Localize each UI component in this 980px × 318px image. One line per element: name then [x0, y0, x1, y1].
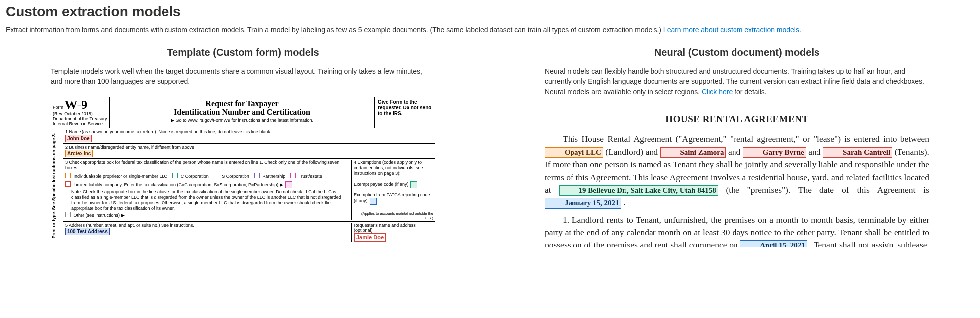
w9-opt-e: Trust/estate: [299, 174, 322, 179]
w9-form-number: W-9: [65, 98, 88, 112]
lease-para-2: 1. Landlord rents to Tenant, unfurnished…: [545, 214, 929, 247]
neural-desc-part2: for details.: [735, 88, 767, 96]
lease-address: 19 Bellevue Dr., Salt Lake City, Utah 84…: [559, 185, 718, 196]
lease-p1d: (the "premises"). The date of this Agree…: [726, 185, 929, 195]
w9-exempt-payee-label: Exempt payee code (if any): [354, 182, 408, 187]
page-title: Custom extraction models: [6, 4, 974, 20]
w9-form-label: Form: [53, 105, 63, 110]
w9-rev: (Rev. October 2018): [53, 111, 93, 116]
template-section-title: Template (Custom form) models: [51, 47, 435, 58]
lease-agreement-date: January 15, 2021: [545, 198, 621, 209]
neural-section-title: Neural (Custom document) models: [545, 47, 929, 58]
page-description-text: Extract information from forms and docum…: [6, 26, 663, 34]
w9-ck-individual: [65, 173, 71, 178]
w9-title2: Identification Number and Certification: [112, 108, 372, 117]
w9-fatca-box: [370, 198, 377, 205]
w9-fatca-label: Exemption from FATCA reporting code (if …: [354, 192, 430, 203]
learn-more-link[interactable]: Learn more about custom extraction model…: [663, 26, 799, 34]
w9-opt-d: Partnership: [262, 174, 285, 179]
w9-line3-label: 3 Check appropriate box for federal tax …: [65, 160, 349, 171]
w9-dept1: Department of the Treasury: [53, 116, 107, 121]
lease-sample-document: HOUSE RENTAL AGREEMENT This House Rental…: [545, 106, 929, 247]
w9-opt-llc: Limited liability company. Enter the tax…: [74, 182, 283, 187]
w9-exempt-payee-box: [410, 181, 417, 188]
lease-and2: and: [808, 147, 823, 157]
w9-dept2: Internal Revenue Service: [53, 121, 103, 126]
w9-ck-trust: [290, 173, 296, 178]
lease-p1b: (Landlord) and: [605, 147, 660, 157]
lease-p1e: .: [623, 197, 625, 207]
w9-title1: Request for Taxpayer: [112, 99, 372, 108]
template-section-desc: Template models work well when the targe…: [51, 66, 435, 87]
w9-llc-class-box: [285, 181, 292, 188]
lease-tenant1: Saini Zamora: [660, 147, 726, 158]
w9-ck-scorp: [214, 173, 219, 178]
w9-llc-note: Note: Check the appropriate box in the l…: [65, 189, 349, 211]
w9-requester-value: Jamie Doe: [354, 233, 386, 242]
w9-opt-b: C Corporation: [181, 174, 209, 179]
w9-ck-other: [65, 212, 71, 217]
neural-section-desc: Neural models can flexibly handle both s…: [545, 66, 929, 97]
w9-line2-value: Arctex Inc: [65, 150, 93, 157]
w9-opt-c: S Corporation: [222, 174, 249, 179]
lease-tenant2: Garry Byrne: [743, 147, 806, 158]
lease-start-date: April 15, 2021: [740, 240, 807, 246]
w9-opt-other: Other (see instructions) ▶: [74, 213, 125, 218]
lease-p1a: This House Rental Agreement ("Agreement,…: [563, 134, 929, 144]
w9-fatca-note: (Applies to accounts maintained outside …: [354, 212, 433, 220]
page-description: Extract information from forms and docum…: [6, 26, 974, 34]
w9-line5-value: 100 Test Address: [65, 228, 110, 235]
w9-line2-label: 2 Business name/disregarded entity name,…: [65, 145, 433, 150]
w9-line4-header: 4 Exemptions (codes apply only to certai…: [354, 160, 433, 176]
w9-side-tab: Print or type. See Specific Instructions…: [51, 128, 63, 243]
w9-goto: ▶ Go to www.irs.gov/FormW9 for instructi…: [112, 118, 372, 123]
w9-ck-partnership: [254, 173, 260, 178]
w9-line1-value: John Doe: [65, 135, 92, 142]
w9-ck-ccorp: [172, 173, 178, 178]
lease-and1: and: [728, 147, 743, 157]
w9-line5-label: 5 Address (number, street, and apt. or s…: [65, 223, 349, 228]
w9-ck-llc: [65, 181, 71, 187]
w9-opt-a: Individual/sole proprietor or single-mem…: [74, 174, 168, 179]
lease-landlord: Opayi LLC: [545, 147, 603, 158]
w9-give-form: Give Form to the requester. Do not send …: [374, 97, 435, 128]
neural-click-here-link[interactable]: Click here: [702, 88, 733, 96]
lease-para-1: This House Rental Agreement ("Agreement,…: [545, 133, 929, 209]
lease-title: HOUSE RENTAL AGREEMENT: [545, 112, 929, 126]
w9-sample-form: Form W-9 (Rev. October 2018) Department …: [51, 97, 435, 243]
lease-tenant3: Sarah Cantrell: [823, 147, 892, 158]
w9-requester-label: Requester's name and address (optional): [354, 223, 433, 234]
w9-line1-label: 1 Name (as shown on your income tax retu…: [65, 129, 433, 135]
